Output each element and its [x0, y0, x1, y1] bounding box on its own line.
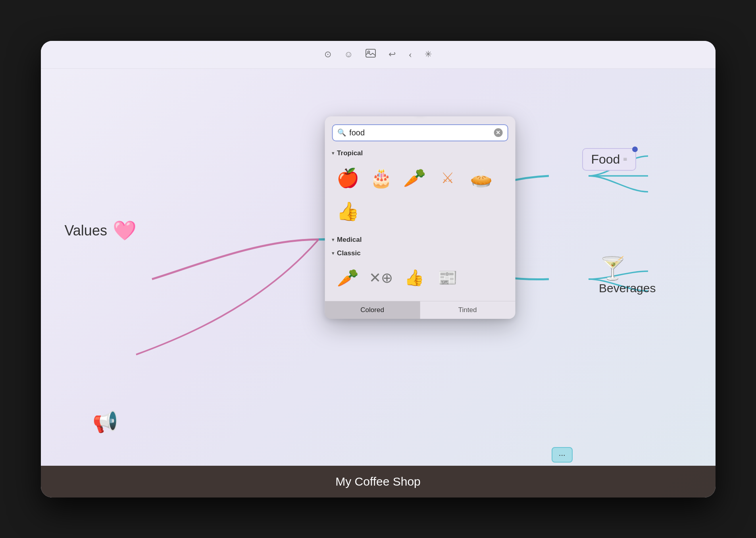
- node-values: Values 🩷: [65, 220, 137, 242]
- food-dot: [632, 147, 638, 152]
- emoji-search-popup: 🔍 ✕ ▾ Tropical 🍎 🎂 🥕 ⚔ 🥧 👍: [325, 116, 515, 319]
- beverages-label: Beverages: [599, 282, 656, 295]
- heart-icon: 🩷: [113, 220, 137, 242]
- classic-newspaper-icon[interactable]: 📰: [432, 262, 464, 294]
- smiley-icon[interactable]: ☺: [344, 49, 353, 60]
- tropical-thumbsup-icon[interactable]: 👍: [332, 195, 364, 227]
- coffee-shop-title: My Coffee Shop: [335, 475, 421, 488]
- food-lines-icon: ≡: [623, 155, 627, 164]
- chevron-tropical-icon: ▾: [332, 150, 335, 156]
- values-label: Values: [65, 222, 107, 239]
- popup-footer: Colored Tinted: [325, 301, 515, 319]
- check-circle-icon[interactable]: ⊙: [324, 49, 331, 60]
- toolbar: ⊙ ☺ ↩ ‹ ✳: [41, 41, 716, 69]
- back-icon[interactable]: ‹: [408, 48, 412, 60]
- screen-wrapper: ⊙ ☺ ↩ ‹ ✳: [41, 41, 716, 498]
- chevron-medical-icon: ▾: [332, 237, 335, 243]
- classic-section-title: Classic: [337, 249, 361, 257]
- tropical-icon-grid: 🍎 🎂 🥕 ⚔ 🥧 👍: [325, 160, 515, 233]
- classic-fork-knife-icon[interactable]: ✕⊕: [365, 262, 397, 294]
- tropical-apple-icon[interactable]: 🍎: [332, 162, 364, 194]
- tropical-section-header[interactable]: ▾ Tropical: [325, 146, 515, 160]
- search-bar[interactable]: 🔍 ✕: [332, 124, 508, 141]
- node-food[interactable]: Food ≡: [582, 148, 636, 171]
- search-icon: 🔍: [337, 128, 346, 137]
- node-beverages[interactable]: 🍸 Beverages: [599, 255, 656, 295]
- search-input[interactable]: [349, 128, 491, 137]
- node-teal-box: ···: [552, 447, 573, 463]
- medical-section-header[interactable]: ▾ Medical: [325, 233, 515, 246]
- screen-inner: ⊙ ☺ ↩ ‹ ✳: [41, 41, 716, 498]
- tropical-carrot-icon[interactable]: 🥕: [398, 162, 430, 194]
- classic-carrot-icon[interactable]: 🥕: [332, 262, 364, 294]
- collapse-icon[interactable]: ✳: [425, 49, 432, 60]
- classic-thumbsup-icon[interactable]: 👍: [398, 262, 430, 294]
- bottom-bar: My Coffee Shop: [41, 466, 716, 498]
- clear-button[interactable]: ✕: [494, 128, 502, 137]
- node-megaphone: 📢: [92, 410, 118, 434]
- tinted-tab[interactable]: Tinted: [420, 301, 515, 319]
- megaphone-icon: 📢: [92, 411, 118, 433]
- medical-section-title: Medical: [337, 236, 362, 244]
- chevron-classic-icon: ▾: [332, 250, 335, 256]
- food-label: Food: [591, 152, 620, 167]
- tropical-cake-icon[interactable]: 🎂: [365, 162, 397, 194]
- tropical-section-title: Tropical: [337, 149, 363, 157]
- classic-icon-grid: 🥕 ✕⊕ 👍 📰: [325, 260, 515, 299]
- colored-tab[interactable]: Colored: [325, 301, 420, 319]
- tropical-fork-knife-icon[interactable]: ⚔: [432, 162, 464, 194]
- cocktail-icon: 🍸: [599, 256, 627, 281]
- undo-icon[interactable]: ↩: [389, 49, 396, 60]
- classic-section-header[interactable]: ▾ Classic: [325, 246, 515, 260]
- mindmap-area: Values 🩷 📢 Food ≡ 🍸 Beverages: [41, 69, 716, 498]
- tropical-pie-icon[interactable]: 🥧: [465, 162, 497, 194]
- image-icon[interactable]: [365, 49, 376, 60]
